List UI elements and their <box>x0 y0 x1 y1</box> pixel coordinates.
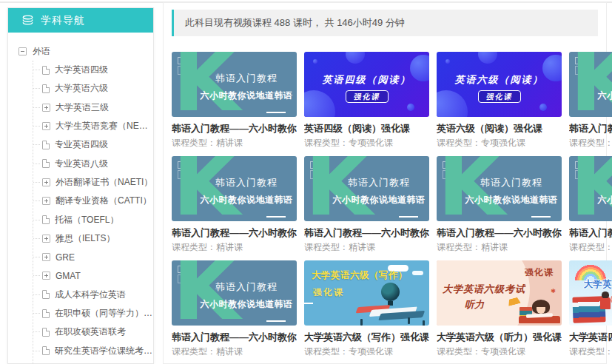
course-title[interactable]: 大学英语六级（听力）强化课 <box>437 331 562 343</box>
course-thumbnail[interactable]: K 韩语入门教程 六小时教你说地道韩语 <box>172 156 297 221</box>
tree-item-icon[interactable] <box>42 215 50 224</box>
tree-item-icon[interactable] <box>42 178 50 186</box>
sidebar-tree-item[interactable]: 外语翻译证书（NAETI） <box>33 173 153 192</box>
tree-root-item[interactable]: 外语 <box>19 42 153 61</box>
tree-item-label[interactable]: 大学英语四级 <box>55 64 108 76</box>
sidebar-tree-item[interactable]: 在职申硕（同等学力）英语 <box>33 304 153 323</box>
course-title[interactable]: 韩语入门教程——六小时教你 <box>172 331 297 343</box>
sidebar-tree-item[interactable]: 大学生英语竞赛（NECCS） <box>33 117 153 135</box>
course-thumbnail[interactable]: K 韩语入门教程 六小时教你说地道韩语 <box>569 156 612 221</box>
sidebar-tree-item[interactable]: GRE <box>33 248 153 266</box>
tree-item-icon[interactable] <box>42 290 50 299</box>
tree-item-icon[interactable] <box>42 122 50 130</box>
tree-item-label[interactable]: 专业英语四级 <box>55 138 108 151</box>
collapse-icon[interactable] <box>19 47 27 55</box>
tree-item-label[interactable]: 托福（TOEFL） <box>55 214 118 226</box>
tree-item-icon[interactable] <box>42 141 50 149</box>
course-card[interactable]: K 韩语入门教程 六小时教你说地道韩语 韩语入门教程——六小时教你 课程类型：精… <box>569 156 612 252</box>
course-title[interactable]: 韩语入门教程——六小时教你 <box>304 227 429 238</box>
sidebar-tree-item[interactable]: 托福（TOEFL） <box>33 210 153 229</box>
course-thumbnail[interactable]: K 韩语入门教程 六小时教你说地道韩语 <box>437 156 562 221</box>
thumb-subtitle: 六小时教你说地道韩语 <box>200 90 293 102</box>
sidebar-header: 学科导航 <box>8 8 153 33</box>
tree-children: 大学英语四级 大学英语六级 大学英语三级 大学生英语竞赛（NECCS） 专业英语… <box>33 61 153 364</box>
tree-item-label[interactable]: 专业英语八级 <box>55 158 108 170</box>
course-card[interactable]: 英语六级（阅读） 强化课 英语六级（阅读）强化课 课程类型：专项强化课 <box>437 52 562 148</box>
thumb-subtitle: 听力 <box>465 298 484 311</box>
course-title[interactable]: 英语四级（阅读）强化课 <box>304 123 429 134</box>
course-card[interactable]: 大学英语六级（写作） 强化课 大学英语六级（写作）强化课 课程类型：专项强化课 <box>304 260 429 357</box>
sidebar-tree-item[interactable]: 翻译专业资格（CATTI） <box>33 192 153 210</box>
thumbnail-art-korean: K 韩语入门教程 六小时教你说地道韩语 <box>304 156 429 221</box>
sidebar-tree-item[interactable]: 专业英语四级 <box>33 135 153 154</box>
tree-item-icon[interactable] <box>42 272 50 280</box>
sidebar-tree-item[interactable]: 大学英语三级 <box>33 98 153 117</box>
tree-item-label[interactable]: 研究生英语学位课统考（G... <box>55 345 153 357</box>
sidebar-tree-item[interactable]: 大学英语四级 <box>33 61 153 79</box>
course-thumbnail[interactable]: K 韩语入门教程 六小时教你说地道韩语 <box>569 52 612 117</box>
course-type: 课程类型：专项强化课 <box>437 138 562 148</box>
sidebar-tree-item[interactable]: 雅思（IELTS） <box>33 229 153 248</box>
course-thumbnail[interactable]: 强化课 大学英语六级考试 听力 ✱ <box>437 260 562 326</box>
sidebar-tree-item[interactable]: 研究生英语学位课统考（G... <box>33 341 153 360</box>
tree-item-icon[interactable] <box>42 235 50 243</box>
tree-item-icon[interactable] <box>42 346 50 355</box>
sidebar-tree-item[interactable]: 成人本科学位英语 <box>33 286 153 304</box>
thumbnail-art-korean: K 韩语入门教程 六小时教你说地道韩语 <box>569 156 612 221</box>
sidebar-tree-item[interactable]: GMAT <box>33 266 153 285</box>
course-thumbnail[interactable]: K 韩语入门教程 六小时教你说地道韩语 <box>304 156 429 221</box>
course-title[interactable]: 英语六级（阅读）强化课 <box>437 123 562 134</box>
sidebar-tree-item[interactable]: 考博英语 <box>33 360 153 364</box>
course-title[interactable]: 韩语入门教程——六小时教你 <box>172 123 297 134</box>
course-title[interactable]: 大学英语六级（写作）强化课 <box>304 331 429 343</box>
course-title[interactable]: 韩语入门教程——六小时教你 <box>569 123 612 134</box>
course-thumbnail[interactable]: 英语四级（阅读） 强化课 <box>304 52 429 117</box>
bubble-decoration <box>445 59 450 64</box>
tree-item-icon[interactable] <box>42 159 50 168</box>
tree-item-label[interactable]: 外语翻译证书（NAETI） <box>56 176 152 189</box>
thumb-title: 韩语入门教程 <box>332 176 426 189</box>
tree-item-label[interactable]: GMAT <box>56 271 81 281</box>
course-thumbnail[interactable]: 大学英语四级（阅读） 强化课 <box>569 260 612 326</box>
tree-item-icon[interactable] <box>42 84 50 93</box>
course-thumbnail[interactable]: K 韩语入门教程 六小时教你说地道韩语 <box>172 52 297 117</box>
tree-item-icon[interactable] <box>42 66 50 75</box>
sidebar-tree-item[interactable]: 在职攻硕英语联考 <box>33 323 153 341</box>
course-card[interactable]: 强化课 大学英语六级考试 听力 ✱ 大学英语六级（听力）强化课 课程类型：专项强… <box>437 260 562 357</box>
sidebar-tree-item[interactable]: 专业英语八级 <box>33 154 153 172</box>
course-card[interactable]: K 韩语入门教程 六小时教你说地道韩语 韩语入门教程——六小时教你 课程类型：精… <box>437 156 562 252</box>
course-title[interactable]: 韩语入门教程——六小时教你 <box>569 227 612 238</box>
tree-item-label[interactable]: 大学生英语竞赛（NECCS） <box>56 120 153 132</box>
course-title[interactable]: 韩语入门教程——六小时教你 <box>437 227 562 238</box>
tree-item-label[interactable]: 在职攻硕英语联考 <box>55 326 126 338</box>
course-thumbnail[interactable]: 英语六级（阅读） 强化课 <box>437 52 562 117</box>
tree-item-label[interactable]: 大学英语六级 <box>55 82 108 95</box>
course-card[interactable]: 英语四级（阅读） 强化课 英语四级（阅读）强化课 课程类型：专项强化课 <box>304 52 429 148</box>
course-card[interactable]: K 韩语入门教程 六小时教你说地道韩语 韩语入门教程——六小时教你 课程类型：精… <box>172 52 297 148</box>
course-title[interactable]: 大学英语四级（阅读）强化课 <box>569 331 612 343</box>
course-thumbnail[interactable]: K 韩语入门教程 六小时教你说地道韩语 <box>172 260 297 326</box>
tree-item-icon[interactable] <box>42 309 50 318</box>
course-card[interactable]: 大学英语四级（阅读） 强化课 大学英语四级（阅读）强化课 课程类型：专项强化课 <box>569 260 612 357</box>
course-card[interactable]: K 韩语入门教程 六小时教你说地道韩语 韩语入门教程——六小时教你 课程类型：精… <box>569 52 612 148</box>
tree-item-icon[interactable] <box>42 197 50 205</box>
tree-root-label[interactable]: 外语 <box>33 45 50 58</box>
open-book-illustration <box>519 316 560 323</box>
tree-item-label[interactable]: 成人本科学位英语 <box>55 289 126 301</box>
tree-item-icon[interactable] <box>42 253 50 261</box>
tree-item-label[interactable]: GRE <box>56 252 75 263</box>
course-card[interactable]: K 韩语入门教程 六小时教你说地道韩语 韩语入门教程——六小时教你 课程类型：精… <box>304 156 429 252</box>
course-thumbnail[interactable]: 大学英语六级（写作） 强化课 <box>304 260 429 326</box>
sidebar-tree-item[interactable]: 大学英语六级 <box>33 79 153 98</box>
thumb-title: 韩语入门教程 <box>597 176 612 189</box>
tree-item-label[interactable]: 翻译专业资格（CATTI） <box>56 195 152 207</box>
tree-item-icon[interactable] <box>42 328 50 337</box>
tree-item-label[interactable]: 在职申硕（同等学力）英语 <box>55 307 153 320</box>
dash-decoration <box>531 216 551 218</box>
tree-item-label[interactable]: 大学英语三级 <box>56 101 109 114</box>
course-card[interactable]: K 韩语入门教程 六小时教你说地道韩语 韩语入门教程——六小时教你 课程类型：精… <box>172 156 297 252</box>
course-title[interactable]: 韩语入门教程——六小时教你 <box>172 227 297 238</box>
tree-item-icon[interactable] <box>42 104 50 112</box>
tree-item-label[interactable]: 雅思（IELTS） <box>56 232 115 245</box>
course-card[interactable]: K 韩语入门教程 六小时教你说地道韩语 韩语入门教程——六小时教你 课程类型：精… <box>172 260 297 357</box>
